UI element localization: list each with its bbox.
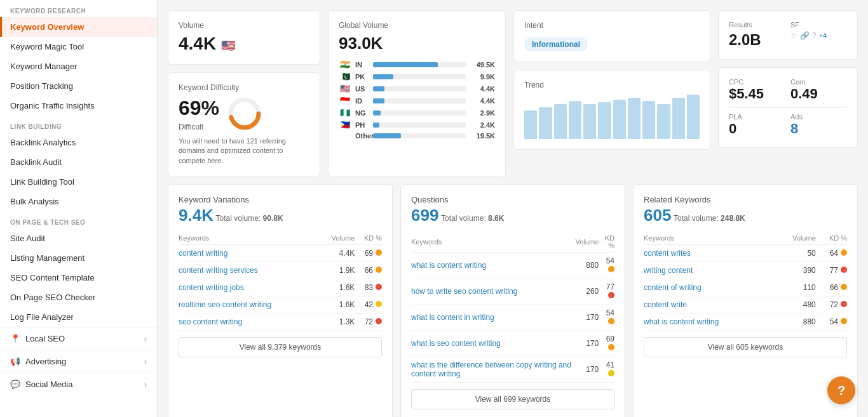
- sidebar-item-organic-traffic-insights[interactable]: Organic Traffic Insights: [0, 96, 157, 116]
- volume-card: Volume 4.4K 🇺🇸: [168, 10, 320, 65]
- gv-code: US: [355, 85, 369, 93]
- kd-cell: 69: [599, 331, 614, 357]
- kw-link[interactable]: content writing: [179, 249, 227, 258]
- kw-link[interactable]: what is content in writing: [411, 313, 494, 322]
- kw-link[interactable]: realtime seo content writing: [179, 300, 271, 309]
- gv-code: IN: [355, 61, 369, 69]
- sidebar-item-bulk-analysis[interactable]: Bulk Analysis: [0, 192, 157, 211]
- sidebar-item-listing-management[interactable]: Listing Management: [0, 248, 157, 268]
- col-volume-q: Volume: [576, 232, 599, 253]
- kw-cell: how to write seo content writing: [411, 279, 576, 305]
- kw-link[interactable]: content write: [644, 300, 687, 309]
- kw-cell: what is seo content writing: [411, 331, 576, 357]
- gv-flag: 🇮🇩: [339, 96, 351, 105]
- global-volume-label: Global Volume: [339, 21, 495, 30]
- kd-difficulty-label: Difficult: [179, 122, 219, 131]
- related-keywords-table: Keywords Volume KD % content writes 50 6…: [644, 232, 847, 331]
- kw-link[interactable]: what is the difference between copy writ…: [411, 361, 571, 378]
- kd-cell: 64: [816, 245, 847, 262]
- table-row: seo content writing 1.3K 72: [179, 314, 382, 331]
- gv-flag: 🇮🇳: [339, 60, 351, 69]
- kw-link[interactable]: how to write seo content writing: [411, 287, 517, 296]
- sidebar-item-seo-content-template[interactable]: SEO Content Template: [0, 268, 157, 288]
- gv-flag: 🇵🇭: [339, 120, 351, 129]
- trend-bar-4: [583, 104, 596, 139]
- gv-row-Other: Other 19.5K: [339, 132, 495, 140]
- kw-cell: content write: [644, 296, 775, 314]
- kw-link[interactable]: what is content writing: [644, 317, 719, 326]
- sidebar-item-backlink-audit[interactable]: Backlink Audit: [0, 152, 157, 172]
- table-row: content of writing 110 66: [644, 279, 847, 296]
- kw-link[interactable]: writing content: [644, 266, 693, 275]
- related-keywords-card: Related Keywords 605 Total volume: 248.8…: [633, 184, 858, 417]
- gv-val: 2.4K: [470, 121, 495, 129]
- intent-label: Intent: [524, 21, 700, 30]
- col-keywords-rk: Keywords: [644, 232, 775, 245]
- com-item: Com. 0.49: [790, 78, 847, 102]
- sidebar-item-on-page-seo-checker[interactable]: On Page SEO Checker: [0, 288, 157, 307]
- kd-dot: [376, 249, 382, 256]
- gv-val: 2.9K: [470, 109, 495, 117]
- gv-val: 49.5K: [470, 61, 495, 69]
- view-all-related-button[interactable]: View all 605 keywords: [644, 337, 847, 357]
- ads-value: 8: [790, 121, 847, 137]
- gv-code: PK: [355, 73, 369, 81]
- trend-bar-3: [569, 101, 581, 139]
- sidebar-item-backlink-analytics[interactable]: Backlink Analytics: [0, 133, 157, 152]
- view-all-questions-button[interactable]: View all 699 keywords: [411, 389, 614, 409]
- kw-link[interactable]: content writes: [644, 249, 691, 258]
- kw-link[interactable]: what is seo content writing: [411, 339, 501, 348]
- sidebar-item-keyword-overview[interactable]: Keyword Overview: [0, 17, 157, 37]
- kw-cell: content writing jobs: [179, 279, 320, 296]
- volume-cell: 110: [775, 279, 816, 296]
- sidebar-item-link-building-tool[interactable]: Link Building Tool: [0, 172, 157, 192]
- volume-cell: 1.6K: [320, 279, 355, 296]
- sidebar-item-keyword-manager[interactable]: Keyword Manager: [0, 56, 157, 76]
- sf-item: SF ☆ 🔗 ? +4: [790, 21, 847, 49]
- sidebar-expandable-local-seo[interactable]: 📍 Local SEO ›: [0, 327, 157, 350]
- gv-flag: 🇵🇰: [339, 72, 351, 81]
- gv-row-NG: 🇳🇬 NG 2.9K: [339, 108, 495, 117]
- link-icon: 🔗: [800, 31, 810, 40]
- pla-value: 0: [729, 121, 785, 137]
- bottom-row: Keyword Variations 9.4K Total volume: 90…: [168, 184, 858, 417]
- kd-dot: [376, 301, 382, 307]
- table-row: content writing services 1.9K 66: [179, 262, 382, 279]
- kw-cell: what is content writing: [644, 314, 775, 331]
- sidebar-item-log-file-analyzer[interactable]: Log File Analyzer: [0, 307, 157, 327]
- sidebar-item-position-tracking[interactable]: Position Tracking: [0, 76, 157, 96]
- trend-bar-6: [613, 100, 626, 139]
- kd-percent: 69%: [179, 96, 219, 120]
- gv-bar-wrap: [373, 62, 466, 67]
- kw-link[interactable]: content of writing: [644, 283, 702, 292]
- col-volume-rk: Volume: [775, 232, 816, 245]
- gv-val: 4.4K: [470, 97, 495, 105]
- kd-dot: [841, 284, 847, 290]
- sidebar-expand-label: Local SEO: [25, 334, 65, 343]
- kw-link[interactable]: content writing services: [179, 266, 258, 275]
- sidebar-item-site-audit[interactable]: Site Audit: [0, 228, 157, 248]
- help-bubble[interactable]: ?: [827, 376, 855, 404]
- kd-dot: [841, 267, 847, 273]
- kd-cell: 54: [599, 253, 614, 279]
- kd-cell: 66: [355, 262, 382, 279]
- kw-variations-count-row: 9.4K Total volume: 90.8K: [179, 206, 382, 225]
- gv-bar: [373, 98, 384, 103]
- kw-cell: content writes: [644, 245, 775, 262]
- sidebar-expandable-advertising[interactable]: 📢 Advertising ›: [0, 350, 157, 373]
- gv-row-IN: 🇮🇳 IN 49.5K: [339, 60, 495, 69]
- sidebar-item-keyword-magic-tool[interactable]: Keyword Magic Tool: [0, 37, 157, 56]
- trend-bar-5: [598, 102, 611, 139]
- kw-link[interactable]: seo content writing: [179, 317, 242, 326]
- view-all-variations-button[interactable]: View all 9,379 keywords: [179, 337, 382, 357]
- gv-code: ID: [355, 97, 369, 105]
- kd-cell: 77: [599, 279, 614, 305]
- sidebar-expandable-social-media[interactable]: 💬 Social Media ›: [0, 373, 157, 395]
- cpc-com-card: CPC $5.45 Com. 0.49 PLA 0 Ads: [718, 67, 858, 148]
- volume-label: Volume: [179, 21, 309, 30]
- kd-cell: 42: [355, 296, 382, 314]
- table-row: what is content writing 880 54: [411, 253, 614, 279]
- kw-link[interactable]: what is content writing: [411, 261, 486, 270]
- gv-code: PH: [355, 121, 369, 129]
- kw-link[interactable]: content writing jobs: [179, 283, 244, 292]
